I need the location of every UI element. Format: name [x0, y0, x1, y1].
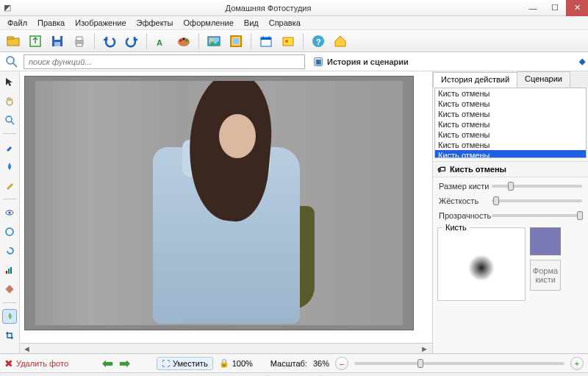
eye-tool-icon[interactable]	[2, 205, 17, 220]
menubar: Файл Правка Изображение Эффекты Оформлен…	[0, 16, 588, 30]
zoom-100-button[interactable]: 🔒 100%	[219, 358, 253, 368]
history-item[interactable]: Кисть отмены	[435, 150, 586, 158]
history-panel-title: История и сценарии	[327, 57, 409, 66]
history-item[interactable]: Кисть отмены	[435, 88, 586, 99]
svg-rect-17	[233, 38, 239, 44]
svg-line-29	[11, 121, 14, 124]
history-item[interactable]: Кисть отмены	[435, 119, 586, 130]
text-icon[interactable]: A	[153, 32, 171, 50]
delete-photo-button[interactable]: ✖ Удалить фото	[4, 358, 68, 369]
fit-button[interactable]: ⛶ Уместить	[157, 357, 213, 370]
svg-rect-19	[261, 38, 271, 40]
svg-point-12	[183, 38, 185, 40]
svg-point-28	[6, 116, 12, 122]
brush-color-swatch[interactable]	[530, 227, 561, 255]
menu-image[interactable]: Изображение	[71, 17, 130, 29]
svg-text:A: A	[157, 38, 162, 47]
save-icon[interactable]	[49, 32, 66, 50]
zoom-out-button[interactable]: –	[335, 357, 348, 370]
brush-tool-icon[interactable]	[2, 140, 17, 155]
calendar-icon[interactable]	[257, 32, 275, 50]
patch-tool-icon[interactable]	[2, 282, 17, 297]
menu-effects[interactable]: Эффекты	[132, 17, 178, 29]
minimize-button[interactable]: —	[522, 0, 544, 16]
zoom-tool-icon[interactable]	[2, 113, 17, 127]
close-button[interactable]: ✕	[566, 0, 588, 16]
right-panel: История действий Сценарии Кисть отмены К…	[432, 71, 588, 353]
palette-icon[interactable]	[175, 32, 193, 50]
canvas-area[interactable]	[20, 71, 432, 343]
svg-rect-1	[7, 37, 13, 39]
circle-tool-icon[interactable]	[2, 224, 17, 239]
hand-tool-icon[interactable]	[2, 93, 17, 108]
pointer-tool-icon[interactable]	[2, 74, 17, 89]
fit-icon: ⛶	[162, 359, 170, 368]
svg-point-32	[6, 228, 13, 235]
card-icon[interactable]	[279, 32, 297, 50]
svg-rect-5	[54, 42, 60, 46]
brush-preview: Кисть	[437, 227, 526, 301]
delete-icon: ✖	[4, 358, 13, 369]
swirl-tool-icon[interactable]	[2, 244, 17, 258]
frame-icon[interactable]	[227, 32, 245, 50]
levels-tool-icon[interactable]	[2, 263, 17, 277]
titlebar: ◩ Домашняя Фотостудия — ☐ ✕	[0, 0, 588, 16]
search-icon[interactable]	[3, 54, 21, 70]
opacity-slider[interactable]	[492, 214, 582, 217]
bottom-bar: ✖ Удалить фото ⬅ ➡ ⛶ Уместить 🔒 100% Мас…	[0, 353, 588, 372]
crop-tool-icon[interactable]	[2, 328, 17, 343]
brush-shape-button[interactable]: Форма кисти	[530, 260, 561, 291]
prev-button[interactable]: ⬅	[102, 355, 113, 372]
next-button[interactable]: ➡	[119, 355, 130, 372]
history-item[interactable]: Кисть отмены	[435, 99, 586, 109]
scale-label: Масштаб:	[270, 359, 307, 368]
menu-file[interactable]: Файл	[3, 17, 32, 29]
history-item[interactable]: Кисть отмены	[435, 130, 586, 140]
help-icon[interactable]: ?	[309, 32, 327, 50]
menu-edit[interactable]: Правка	[33, 17, 69, 29]
svg-rect-22	[283, 38, 293, 46]
redo-icon[interactable]	[123, 32, 140, 50]
horizontal-scrollbar[interactable]: ◄►	[20, 343, 432, 353]
menu-help[interactable]: Справка	[265, 17, 305, 29]
app-icon: ◩	[0, 3, 15, 13]
svg-rect-7	[76, 37, 82, 40]
brush-section-title: Кисть отмены	[450, 165, 506, 174]
maximize-button[interactable]: ☐	[544, 0, 566, 16]
history-item[interactable]: Кисть отмены	[435, 140, 586, 150]
search-input[interactable]	[24, 54, 305, 69]
export-icon[interactable]	[26, 32, 44, 50]
history-list[interactable]: Кисть отмены Кисть отмены Кисть отмены К…	[434, 88, 587, 158]
svg-point-26	[7, 57, 14, 64]
tab-history[interactable]: История действий	[433, 72, 517, 88]
photo-icon[interactable]	[205, 32, 223, 50]
image-canvas[interactable]	[35, 81, 403, 325]
history-item[interactable]: Кисть отмены	[435, 109, 586, 119]
home-icon[interactable]	[331, 32, 349, 50]
tag-icon: 🏷	[437, 165, 445, 174]
svg-rect-8	[76, 43, 82, 46]
svg-point-15	[210, 38, 213, 41]
undo-brush-tool-icon[interactable]	[2, 309, 17, 324]
menu-view[interactable]: Вид	[240, 17, 263, 29]
menu-design[interactable]: Оформление	[179, 17, 238, 29]
open-icon[interactable]	[4, 32, 22, 50]
tab-scenarios[interactable]: Сценарии	[517, 71, 570, 88]
pencil-tool-icon[interactable]	[2, 178, 17, 193]
zoom-in-button[interactable]: +	[570, 357, 584, 370]
drop-tool-icon[interactable]	[2, 159, 17, 174]
svg-rect-33	[6, 271, 7, 274]
collapse-icon[interactable]: ▣	[314, 57, 323, 66]
svg-text:?: ?	[316, 38, 321, 46]
svg-rect-4	[54, 36, 60, 40]
panel-pin-icon[interactable]: ◆	[579, 57, 585, 66]
print-icon[interactable]	[71, 32, 88, 50]
hardness-slider[interactable]	[492, 199, 582, 202]
tool-tray	[0, 71, 20, 353]
zoom-slider[interactable]	[354, 362, 564, 365]
brush-preview-label: Кисть	[442, 223, 470, 232]
status-bar: 1920x1280	[0, 372, 588, 376]
hardness-label: Жёсткость	[439, 196, 492, 205]
brush-size-slider[interactable]	[492, 185, 582, 188]
undo-icon[interactable]	[101, 32, 118, 50]
